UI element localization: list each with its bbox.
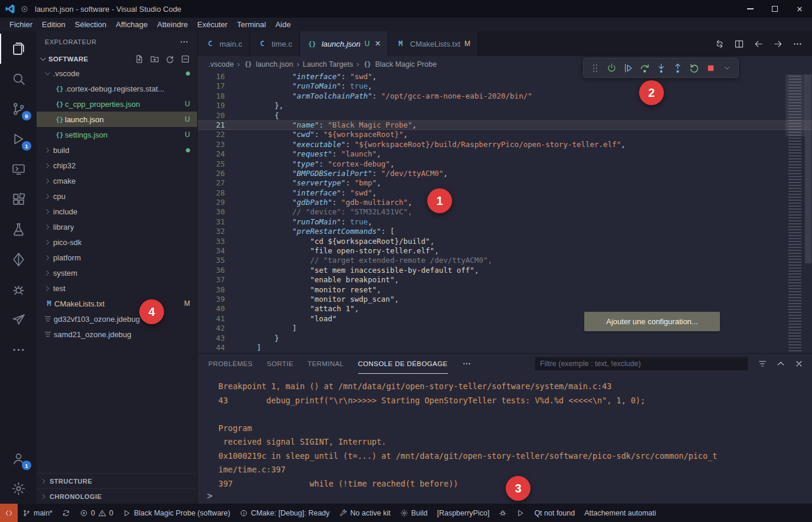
minimap[interactable] [787, 72, 804, 353]
activity-settings[interactable] [0, 474, 37, 504]
tree-item-gd32vf103-ozone-jdebug[interactable]: gd32vf103_ozone.jdebug [37, 311, 197, 327]
tree-item-samd21-ozone-jdebug[interactable]: samd21_ozone.jdebug [37, 327, 197, 342]
tree-item-c-cpp-properties-json[interactable]: {}c_cpp_properties.jsonU [37, 96, 197, 112]
activity-account[interactable]: 1 [0, 443, 37, 474]
tree-item-launch-json[interactable]: {}launch.jsonU [37, 112, 197, 127]
section-chronologie[interactable]: CHRONOLOGIE [37, 488, 197, 504]
console-filter-input[interactable] [535, 357, 748, 371]
minimap-viewport[interactable] [785, 74, 806, 136]
build-status[interactable]: Build [395, 504, 433, 522]
sync-status[interactable] [57, 504, 75, 522]
activity-source-control[interactable]: 9 [0, 94, 37, 124]
step-out-button[interactable] [670, 60, 685, 76]
activity-more[interactable] [0, 335, 37, 365]
restart-button[interactable] [686, 60, 702, 76]
tree-item-vscode[interactable]: .vscode [37, 66, 197, 81]
cmake-status[interactable]: CMake: [Debug]: Ready [235, 504, 334, 522]
menu-atteindre[interactable]: Atteindre [152, 19, 192, 30]
more-actions-icon[interactable] [179, 37, 189, 47]
breadcrumb-item-launch-json[interactable]: launch.json [256, 60, 293, 68]
back-icon[interactable] [754, 39, 764, 49]
tree-item-cpu[interactable]: cpu [37, 188, 197, 204]
tree-item-chip32[interactable]: chip32 [37, 158, 197, 173]
code-editor[interactable]: 16 "interface": "swd",17 "runToMain": tr… [198, 72, 812, 353]
menu-fichier[interactable]: Fichier [5, 19, 37, 30]
panel-tab-probl-mes[interactable]: PROBLÈMES [208, 354, 253, 374]
attach-status[interactable]: Attachement automati [579, 504, 661, 522]
more-icon[interactable] [793, 39, 803, 49]
panel-tab-terminal[interactable]: TERMINAL [307, 354, 343, 374]
drag-handle-button[interactable] [587, 60, 603, 76]
menu-ex-cuter[interactable]: Exécuter [192, 19, 232, 30]
tree-item-test[interactable]: test [37, 280, 197, 296]
activity-share[interactable] [0, 305, 37, 335]
menu-affichage[interactable]: Affichage [111, 19, 152, 30]
debug-config-status[interactable]: Black Magic Probe (software) [118, 504, 235, 522]
tree-item-cmakelists-txt[interactable]: MCMakeLists.txtM [37, 296, 197, 311]
section-structure[interactable]: STRUCTURE [37, 473, 197, 488]
tree-item-cortex-debug-registers-stat[interactable]: {}.cortex-debug.registers.stat... [37, 81, 197, 96]
workspace-section-header[interactable]: SOFTWARE [37, 52, 197, 66]
target-status[interactable]: [RaspberryPico] [432, 504, 494, 522]
menu-s-lection[interactable]: Sélection [70, 19, 111, 30]
tree-item-pico-sdk[interactable]: pico-sdk [37, 234, 197, 250]
panel-tab-console-de-d-bogage[interactable]: CONSOLE DE DÉBOGAGE [358, 354, 448, 374]
editor-scrollbar[interactable] [805, 74, 811, 263]
new-file-icon[interactable] [135, 54, 144, 64]
collapse-lines-icon[interactable] [758, 359, 767, 368]
more-actions-icon[interactable] [462, 359, 472, 368]
tree-item-build[interactable]: build [37, 142, 197, 158]
chevron-up-icon[interactable] [776, 359, 785, 368]
panel-tab-sortie[interactable]: SORTIE [267, 354, 293, 374]
menu-aide[interactable]: Aide [271, 19, 296, 30]
tree-item-cmake[interactable]: cmake [37, 173, 197, 188]
menu-edition[interactable]: Edition [37, 19, 70, 30]
debug-status[interactable] [494, 504, 512, 522]
tree-item-include[interactable]: include [37, 204, 197, 219]
refresh-icon[interactable] [165, 54, 175, 64]
collapse-all-icon[interactable] [181, 54, 190, 64]
close-icon[interactable]: × [375, 38, 380, 49]
breadcrumb-item-vscode[interactable]: .vscode [208, 60, 234, 68]
debug-console-input[interactable]: > [198, 488, 812, 504]
tab-time-c[interactable]: Ctime.c [250, 31, 300, 56]
tree-item-platform[interactable]: platform [37, 250, 197, 265]
menu-terminal[interactable]: Terminal [233, 19, 271, 30]
minimize-button[interactable] [738, 0, 762, 18]
run-to-cursor-button[interactable] [620, 60, 636, 76]
tree-item-library[interactable]: library [37, 219, 197, 234]
close-panel-icon[interactable] [794, 359, 804, 368]
forward-icon[interactable] [773, 39, 783, 49]
remote-indicator[interactable] [0, 504, 18, 522]
activity-extensions[interactable] [0, 184, 37, 214]
tree-item-system[interactable]: system [37, 265, 197, 280]
tab-cmakelists-txt[interactable]: MCMakeLists.txtM [388, 31, 478, 56]
maximize-button[interactable] [762, 0, 787, 18]
stop-button[interactable] [703, 60, 718, 76]
tree-item-settings-json[interactable]: {}settings.jsonU [37, 127, 197, 142]
run-status[interactable] [512, 504, 529, 522]
activity-test-adapter[interactable] [0, 244, 37, 275]
tab-main-c[interactable]: Cmain.c [198, 31, 250, 56]
breadcrumb-item-launch-targets[interactable]: Launch Targets [303, 60, 353, 68]
step-into-button[interactable] [653, 60, 669, 76]
kit-status[interactable]: No active kit [335, 504, 395, 522]
stop-menu-button[interactable] [719, 60, 735, 76]
close-window-button[interactable]: × [787, 0, 812, 18]
activity-remote-explorer[interactable] [0, 154, 37, 184]
activity-testing[interactable] [0, 214, 37, 244]
diff-icon[interactable] [715, 39, 725, 49]
breadcrumb-item-black-magic-probe[interactable]: Black Magic Probe [375, 60, 437, 68]
tab-launch-json[interactable]: {}launch.jsonU× [300, 31, 388, 56]
activity-explorer[interactable] [0, 34, 37, 64]
add-configuration-button[interactable]: Ajouter une configuration... [584, 312, 720, 331]
split-editor-icon[interactable] [734, 39, 744, 49]
branch-status[interactable]: main* [18, 504, 57, 522]
new-folder-icon[interactable] [150, 54, 159, 64]
activity-run-debug[interactable]: 1 [0, 124, 37, 154]
window-menu-icon[interactable] [20, 5, 29, 14]
step-over-button[interactable] [637, 60, 652, 76]
continue-button[interactable] [604, 60, 619, 76]
activity-search[interactable] [0, 64, 37, 94]
activity-debug-adapter[interactable] [0, 275, 37, 305]
